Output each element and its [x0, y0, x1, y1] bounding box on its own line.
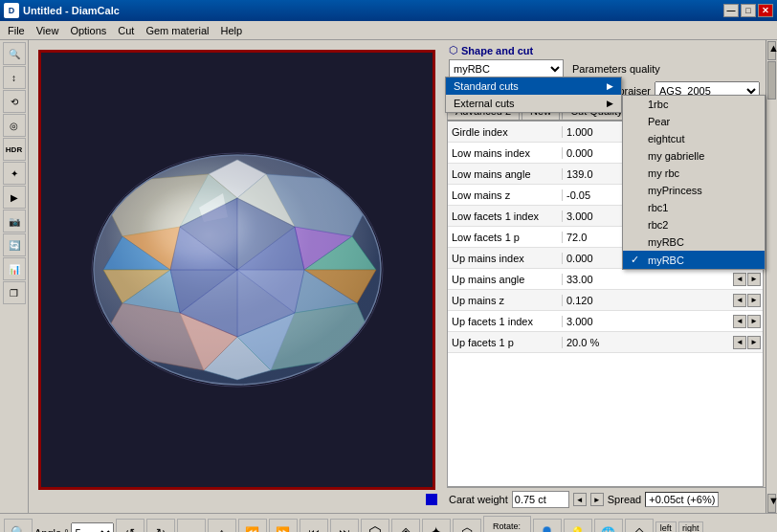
rotate-diamond-btn[interactable]: Rotate: diamond: [483, 516, 531, 533]
menu-help[interactable]: Help: [214, 23, 248, 38]
up-facets-p-dec-btn[interactable]: ◄: [733, 336, 746, 349]
item-myprincess[interactable]: myPrincess: [623, 182, 765, 199]
diamond-canvas[interactable]: [38, 50, 435, 490]
up-mains-z-dec-btn[interactable]: ◄: [733, 294, 746, 307]
check-myrbc-selected: ✓: [631, 254, 644, 266]
param-up-mains-angle-arrows: ◄ ►: [731, 273, 763, 286]
item-my-rbc[interactable]: my rbc: [623, 165, 765, 182]
external-cuts-item[interactable]: External cuts ▶: [446, 95, 621, 112]
tool-rotate[interactable]: ⟲: [3, 90, 26, 113]
carat-inc-btn[interactable]: ►: [590, 493, 604, 506]
item-1rbc[interactable]: 1rbc: [623, 96, 765, 113]
up-mains-z-inc-btn[interactable]: ►: [747, 294, 761, 307]
scroll-down-btn[interactable]: ▼: [767, 494, 776, 513]
gem-alt-btn[interactable]: ◈: [391, 519, 420, 533]
carat-weight-row: Carat weight ◄ ► Spread +0.05ct (+6%): [447, 487, 775, 511]
item-myrbc-plain[interactable]: myRBC: [623, 233, 765, 251]
eye-right-btn[interactable]: right eye: [678, 521, 703, 533]
eye-left-btn[interactable]: left eye: [655, 521, 677, 533]
tool-hdr[interactable]: HDR: [3, 138, 26, 161]
up-mains-angle-inc-btn[interactable]: ►: [747, 273, 761, 286]
item-rbc1[interactable]: rbc1: [623, 199, 765, 216]
item-eightcut[interactable]: eightcut: [623, 130, 765, 147]
param-low-mains-index-label: Low mains index: [448, 147, 563, 159]
item-myrbc-selected-label: myRBC: [648, 255, 684, 266]
item-my-gabrielle-label: my gabrielle: [648, 150, 704, 162]
param-low-facets-p-label: Low facets 1 p: [448, 232, 563, 243]
tool-sparkle[interactable]: ✦: [3, 162, 26, 185]
next-frame-btn[interactable]: ⏩: [269, 519, 298, 533]
up-facets-p-inc-btn[interactable]: ►: [747, 336, 761, 349]
param-up-mains-z: Up mains z 0.120 ◄ ►: [448, 290, 763, 311]
flip-h-btn[interactable]: ↔: [177, 519, 206, 533]
shape-cut-select[interactable]: myRBC: [449, 59, 564, 78]
scroll-up-btn[interactable]: ▲: [767, 41, 776, 60]
close-button[interactable]: ✕: [758, 4, 773, 17]
param-up-mains-z-arrows: ◄ ►: [731, 294, 763, 307]
tool-copy[interactable]: ❐: [3, 281, 26, 304]
shape-cut-row: ⬡ Shape and cut: [447, 42, 775, 58]
tool-search[interactable]: 🔍: [3, 42, 26, 65]
carat-weight-label: Carat weight: [449, 494, 508, 505]
forward-btn[interactable]: ⏭: [330, 519, 359, 533]
tool-refresh[interactable]: 🔄: [3, 233, 26, 256]
rotate-cw-btn[interactable]: ↻: [146, 519, 175, 533]
item-my-gabrielle[interactable]: my gabrielle: [623, 147, 765, 165]
menu-view[interactable]: View: [31, 23, 65, 38]
carat-dec-btn[interactable]: ◄: [573, 493, 587, 506]
toolbar-search-btn[interactable]: 🔍: [4, 519, 33, 533]
param-up-mains-angle: Up mains angle 33.00 ◄ ►: [448, 269, 763, 290]
carat-weight-input[interactable]: [512, 491, 569, 508]
spread-label: Spread: [608, 494, 641, 505]
shape-cut-icon: ⬡: [449, 44, 458, 56]
gem-star-btn[interactable]: ✦: [422, 519, 451, 533]
right-panel-scrollbar[interactable]: ▲ ▼: [766, 40, 777, 513]
svg-point-33: [151, 193, 247, 260]
globe-btn[interactable]: 🌐: [594, 519, 623, 533]
menu-cut[interactable]: Cut: [112, 23, 140, 38]
tool-play[interactable]: ▶: [3, 186, 26, 209]
maximize-button[interactable]: □: [741, 4, 756, 17]
scroll-thumb[interactable]: [767, 61, 776, 100]
minimize-button[interactable]: —: [723, 4, 739, 17]
diamond-btn[interactable]: ◇: [625, 519, 654, 533]
up-facets-dec-btn[interactable]: ◄: [733, 315, 746, 328]
tool-camera[interactable]: 📷: [3, 210, 26, 233]
item-myrbc-plain-label: myRBC: [648, 236, 684, 248]
rotate-ccw-btn[interactable]: ↺: [116, 519, 144, 533]
left-toolbar: 🔍 ↕ ⟲ ◎ HDR ✦ ▶ 📷 🔄 📊 ❐: [0, 40, 29, 513]
up-facets-inc-btn[interactable]: ►: [747, 315, 761, 328]
person-btn[interactable]: 👤: [533, 519, 562, 533]
param-up-facets-p: Up facets 1 p 20.0 % ◄ ►: [448, 332, 763, 353]
item-myprincess-label: myPrincess: [648, 185, 702, 196]
item-pear[interactable]: Pear: [623, 113, 765, 130]
arrows-btn[interactable]: ⬡: [453, 519, 481, 533]
shape-cut-label: Shape and cut: [461, 45, 533, 56]
tool-target[interactable]: ◎: [3, 114, 26, 137]
menu-file[interactable]: File: [2, 23, 31, 38]
prev-frame-btn[interactable]: ⏪: [238, 519, 267, 533]
up-mains-angle-dec-btn[interactable]: ◄: [733, 273, 746, 286]
flip-v-btn[interactable]: ↕: [208, 519, 236, 533]
item-rbc2[interactable]: rbc2: [623, 216, 765, 233]
menu-gem-material[interactable]: Gem material: [140, 23, 214, 38]
item-rbc2-label: rbc2: [648, 219, 668, 231]
standard-cuts-item[interactable]: Standard cuts ▶: [446, 78, 621, 95]
standard-cuts-label: Standard cuts: [454, 80, 519, 92]
gem-shape-btn[interactable]: ⬡: [361, 519, 389, 533]
light-btn[interactable]: 💡: [564, 519, 592, 533]
param-low-mains-angle-label: Low mains angle: [448, 168, 563, 180]
item-myrbc-selected[interactable]: ✓ myRBC: [623, 251, 765, 269]
param-up-facets-index: Up facets 1 index 3.000 ◄ ►: [448, 311, 763, 332]
param-up-facets-p-value: 20.0 %: [563, 337, 731, 348]
item-pear-label: Pear: [648, 116, 670, 127]
menu-options[interactable]: Options: [64, 23, 112, 38]
tool-move[interactable]: ↕: [3, 66, 26, 89]
angle-select[interactable]: 5: [71, 522, 114, 533]
app-icon: D: [4, 3, 19, 18]
rewind-btn[interactable]: ⏮: [300, 519, 328, 533]
param-up-facets-p-arrows: ◄ ►: [731, 336, 763, 349]
tool-chart[interactable]: 📊: [3, 257, 26, 280]
item-rbc1-label: rbc1: [648, 202, 668, 213]
param-up-mains-index-label: Up mains index: [448, 253, 563, 264]
